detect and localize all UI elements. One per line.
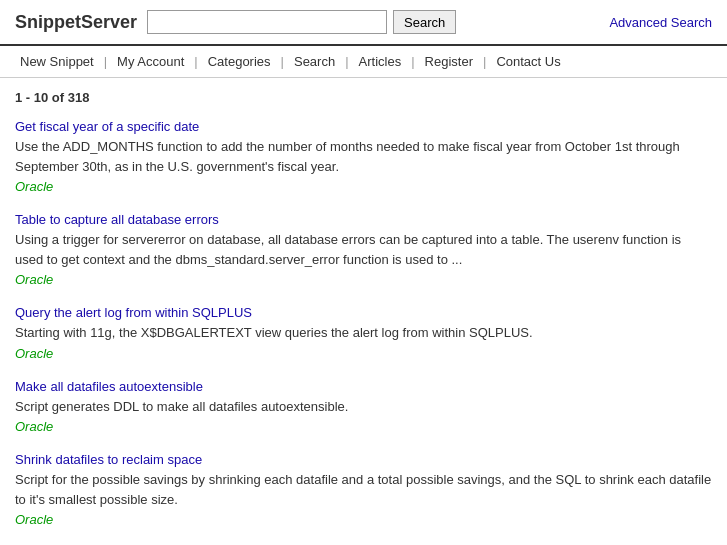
result-item: Shrink datafiles to reclaim spaceScript … <box>15 452 712 527</box>
result-desc: Script generates DDL to make all datafil… <box>15 397 712 417</box>
result-title[interactable]: Make all datafiles autoextensible <box>15 379 712 394</box>
nav-item-categories[interactable]: Categories <box>198 46 281 77</box>
result-tag: Oracle <box>15 512 712 527</box>
result-item: Make all datafiles autoextensibleScript … <box>15 379 712 435</box>
result-title[interactable]: Get fiscal year of a specific date <box>15 119 712 134</box>
result-desc: Script for the possible savings by shrin… <box>15 470 712 509</box>
nav-item-search[interactable]: Search <box>284 46 345 77</box>
results-list: Get fiscal year of a specific dateUse th… <box>15 119 712 545</box>
result-title[interactable]: Shrink datafiles to reclaim space <box>15 452 712 467</box>
result-item: Query the alert log from within SQLPLUSS… <box>15 305 712 361</box>
search-form: Search <box>147 10 591 34</box>
advanced-search-link[interactable]: Advanced Search <box>609 15 712 30</box>
nav-item-register[interactable]: Register <box>415 46 483 77</box>
result-tag: Oracle <box>15 346 712 361</box>
nav-item-my-account[interactable]: My Account <box>107 46 194 77</box>
result-count: 1 - 10 of 318 <box>15 90 712 105</box>
nav-item-new-snippet[interactable]: New Snippet <box>10 46 104 77</box>
result-desc: Use the ADD_MONTHS function to add the n… <box>15 137 712 176</box>
result-desc: Using a trigger for servererror on datab… <box>15 230 712 269</box>
result-item: Table to capture all database errorsUsin… <box>15 212 712 287</box>
result-tag: Oracle <box>15 272 712 287</box>
result-tag: Oracle <box>15 179 712 194</box>
result-tag: Oracle <box>15 419 712 434</box>
header: SnippetServer Search Advanced Search <box>0 0 727 44</box>
result-title[interactable]: Table to capture all database errors <box>15 212 712 227</box>
search-button[interactable]: Search <box>393 10 456 34</box>
logo: SnippetServer <box>15 12 137 33</box>
nav-item-articles[interactable]: Articles <box>349 46 412 77</box>
search-input[interactable] <box>147 10 387 34</box>
main-content: 1 - 10 of 318 Get fiscal year of a speci… <box>0 78 727 545</box>
nav: New Snippet|My Account|Categories|Search… <box>0 44 727 78</box>
result-desc: Starting with 11g, the X$DBGALERTEXT vie… <box>15 323 712 343</box>
result-item: Get fiscal year of a specific dateUse th… <box>15 119 712 194</box>
nav-item-contact-us[interactable]: Contact Us <box>486 46 570 77</box>
result-title[interactable]: Query the alert log from within SQLPLUS <box>15 305 712 320</box>
